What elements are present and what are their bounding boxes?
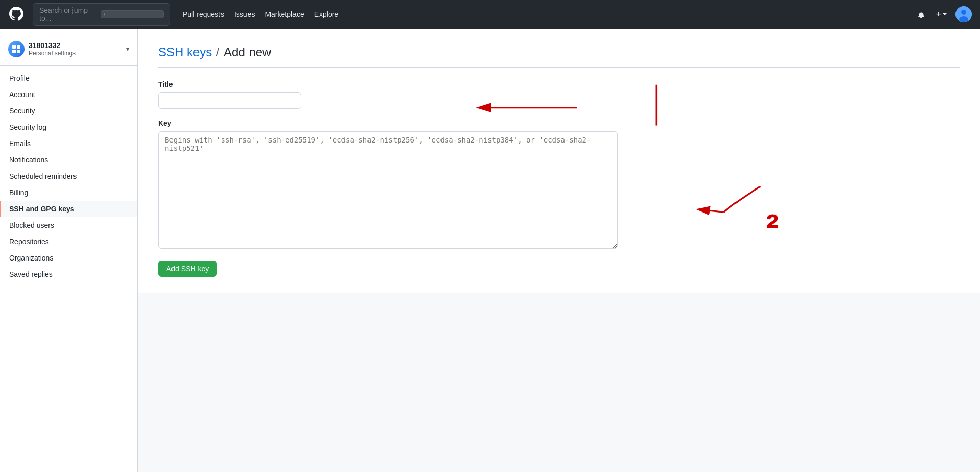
page-divider	[158, 67, 960, 68]
account-selector[interactable]: 31801332 Personal settings ▾	[0, 37, 137, 65]
github-logo[interactable]	[8, 6, 24, 23]
sidebar-item-notifications[interactable]: Notifications	[0, 152, 137, 168]
account-sub: Personal settings	[29, 50, 122, 57]
page-title: Add new	[224, 45, 271, 59]
topnav: Search or jump to... / Pull requests Iss…	[0, 0, 980, 29]
sidebar-item-security-log[interactable]: Security log	[0, 119, 137, 135]
sidebar-item-repositories[interactable]: Repositories	[0, 233, 137, 250]
svg-rect-3	[12, 45, 16, 49]
topnav-links: Pull requests Issues Marketplace Explore	[183, 10, 338, 18]
nav-pull-requests[interactable]: Pull requests	[183, 10, 224, 18]
main-wrapper: SSH keys / Add new Title Key Add SSH key	[138, 29, 980, 472]
title-form-group: Title	[158, 80, 960, 109]
key-form-group: Key	[158, 119, 960, 250]
page-header: SSH keys / Add new	[158, 45, 960, 59]
search-placeholder: Search or jump to...	[39, 6, 96, 22]
svg-rect-4	[17, 45, 20, 49]
key-label: Key	[158, 119, 960, 127]
search-kbd: /	[101, 10, 164, 18]
account-info: 31801332 Personal settings	[29, 41, 122, 57]
add-ssh-key-button[interactable]: Add SSH key	[158, 261, 217, 277]
svg-rect-6	[17, 50, 20, 53]
sidebar-item-saved-replies[interactable]: Saved replies	[0, 266, 137, 282]
nav-marketplace[interactable]: Marketplace	[265, 10, 304, 18]
breadcrumb-link[interactable]: SSH keys	[158, 45, 212, 59]
svg-rect-5	[12, 50, 16, 53]
title-input[interactable]	[158, 92, 301, 109]
sidebar: 31801332 Personal settings ▾ Profile Acc…	[0, 29, 138, 472]
chevron-down-icon: ▾	[126, 45, 129, 53]
notifications-button[interactable]	[915, 8, 927, 20]
main-content: SSH keys / Add new Title Key Add SSH key	[138, 29, 980, 293]
title-label: Title	[158, 80, 960, 88]
sidebar-item-emails[interactable]: Emails	[0, 135, 137, 152]
sidebar-divider	[0, 65, 137, 66]
nav-explore[interactable]: Explore	[314, 10, 338, 18]
sidebar-item-ssh-gpg-keys[interactable]: SSH and GPG keys	[0, 201, 137, 217]
svg-point-1	[961, 10, 966, 15]
search-box[interactable]: Search or jump to... /	[33, 3, 170, 26]
sidebar-avatar	[8, 41, 24, 57]
breadcrumb-separator: /	[216, 45, 219, 59]
svg-point-2	[959, 16, 968, 22]
account-name: 31801332	[29, 41, 122, 50]
key-textarea[interactable]	[158, 131, 618, 249]
sidebar-item-blocked-users[interactable]: Blocked users	[0, 217, 137, 233]
user-avatar[interactable]	[955, 6, 972, 22]
sidebar-item-organizations[interactable]: Organizations	[0, 250, 137, 266]
nav-issues[interactable]: Issues	[234, 10, 255, 18]
sidebar-item-security[interactable]: Security	[0, 103, 137, 119]
sidebar-item-scheduled-reminders[interactable]: Scheduled reminders	[0, 168, 137, 184]
topnav-right: +	[915, 6, 972, 22]
sidebar-item-billing[interactable]: Billing	[0, 184, 137, 201]
sidebar-item-account[interactable]: Account	[0, 86, 137, 103]
sidebar-item-profile[interactable]: Profile	[0, 70, 137, 86]
new-button[interactable]: +	[934, 7, 949, 22]
layout: 31801332 Personal settings ▾ Profile Acc…	[0, 29, 980, 472]
